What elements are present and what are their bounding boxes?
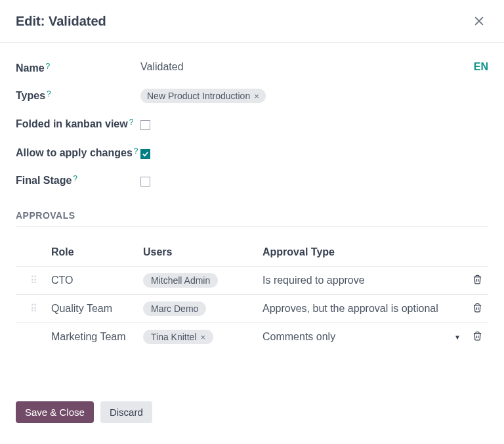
role-cell[interactable]: Quality Team bbox=[51, 303, 143, 315]
col-users-header: Users bbox=[143, 246, 262, 258]
modal-header: Edit: Validated bbox=[0, 0, 504, 43]
help-icon[interactable]: ? bbox=[134, 146, 138, 156]
drag-handle-cell: ⠿ bbox=[16, 275, 51, 286]
delete-row-button[interactable] bbox=[471, 273, 484, 288]
final-checkbox[interactable] bbox=[140, 177, 150, 187]
role-cell[interactable]: Marketing Team bbox=[51, 331, 143, 343]
approval-type-text: Comments only bbox=[262, 331, 335, 343]
help-icon[interactable]: ? bbox=[73, 174, 77, 183]
final-label-text: Final Stage bbox=[16, 175, 72, 186]
types-value[interactable]: New Product Introduction × bbox=[140, 86, 488, 103]
col-trash-header bbox=[466, 246, 488, 258]
table-row: ⠿Quality TeamMarc DemoApproves, but the … bbox=[16, 294, 488, 322]
trash-cell bbox=[466, 273, 488, 288]
drag-handle-cell: ⠿ bbox=[16, 303, 51, 315]
types-tag[interactable]: New Product Introduction × bbox=[140, 89, 266, 103]
apply-label-text: Allow to apply changes bbox=[16, 147, 133, 158]
help-icon[interactable]: ? bbox=[129, 118, 134, 127]
types-label: Types? bbox=[16, 86, 140, 103]
user-chip-text: Mitchell Admin bbox=[151, 275, 210, 286]
delete-row-button[interactable] bbox=[471, 301, 484, 316]
trash-icon bbox=[472, 331, 482, 341]
trash-icon bbox=[472, 275, 482, 284]
modal-title: Edit: Validated bbox=[16, 14, 106, 29]
table-header: Role Users Approval Type bbox=[16, 238, 488, 266]
approval-type-text: Is required to approve bbox=[262, 275, 365, 286]
folded-label: Folded in kanban view? bbox=[16, 114, 140, 131]
field-name: Name? Validated EN bbox=[16, 58, 488, 76]
users-cell[interactable]: Tina Knittel× bbox=[143, 330, 262, 344]
field-folded: Folded in kanban view? bbox=[16, 114, 488, 133]
discard-button[interactable]: Discard bbox=[100, 401, 152, 423]
trash-cell bbox=[466, 301, 488, 316]
chip-remove-icon[interactable]: × bbox=[201, 332, 206, 342]
tag-remove-icon[interactable]: × bbox=[254, 91, 259, 101]
approvals-table: Role Users Approval Type ⠿CTOMitchell Ad… bbox=[16, 238, 488, 351]
role-cell[interactable]: CTO bbox=[51, 275, 143, 286]
chevron-down-icon[interactable]: ▼ bbox=[454, 334, 461, 341]
delete-row-button[interactable] bbox=[471, 330, 484, 344]
table-row: Marketing TeamTina Knittel×Comments only… bbox=[16, 322, 488, 351]
user-chip-text: Marc Demo bbox=[151, 303, 198, 314]
user-chip[interactable]: Tina Knittel× bbox=[143, 330, 213, 344]
approval-type-text: Approves, but the approval is optional bbox=[262, 303, 438, 315]
name-label-text: Name bbox=[16, 62, 45, 74]
table-row: ⠿CTOMitchell AdminIs required to approve bbox=[16, 266, 488, 294]
close-button[interactable] bbox=[470, 12, 488, 30]
types-tag-text: New Product Introduction bbox=[147, 91, 250, 101]
field-apply: Allow to apply changes? bbox=[16, 143, 488, 160]
users-cell[interactable]: Marc Demo bbox=[143, 301, 262, 316]
final-label: Final Stage? bbox=[16, 171, 140, 188]
help-icon[interactable]: ? bbox=[47, 89, 51, 99]
save-button[interactable]: Save & Close bbox=[16, 401, 94, 423]
trash-icon bbox=[472, 303, 482, 313]
apply-value bbox=[140, 143, 488, 160]
folded-value bbox=[140, 114, 488, 133]
folded-checkbox[interactable] bbox=[140, 120, 150, 130]
user-chip[interactable]: Marc Demo bbox=[143, 301, 206, 316]
language-button[interactable]: EN bbox=[474, 58, 488, 73]
col-handle-header bbox=[16, 246, 51, 258]
users-cell[interactable]: Mitchell Admin bbox=[143, 273, 262, 288]
close-icon bbox=[472, 14, 486, 28]
approval-type-cell[interactable]: Is required to approve bbox=[262, 275, 466, 286]
field-final: Final Stage? bbox=[16, 171, 488, 189]
types-label-text: Types bbox=[16, 90, 45, 101]
approval-type-cell[interactable]: Comments only▼ bbox=[262, 331, 466, 343]
apply-checkbox[interactable] bbox=[140, 149, 150, 159]
approvals-heading: APPROVALS bbox=[16, 210, 488, 227]
drag-handle-icon[interactable]: ⠿ bbox=[30, 303, 37, 315]
col-approval-header: Approval Type bbox=[262, 246, 466, 258]
col-role-header: Role bbox=[51, 246, 143, 258]
name-label: Name? bbox=[16, 58, 140, 76]
user-chip-text: Tina Knittel bbox=[151, 332, 197, 342]
name-value[interactable]: Validated bbox=[140, 58, 474, 73]
field-types: Types? New Product Introduction × bbox=[16, 86, 488, 103]
trash-cell bbox=[466, 330, 488, 344]
drag-handle-icon[interactable]: ⠿ bbox=[30, 275, 37, 286]
help-icon[interactable]: ? bbox=[46, 62, 51, 71]
user-chip[interactable]: Mitchell Admin bbox=[143, 273, 218, 288]
final-value bbox=[140, 171, 488, 189]
approval-type-cell[interactable]: Approves, but the approval is optional bbox=[262, 303, 466, 315]
modal-body: Name? Validated EN Types? New Product In… bbox=[0, 43, 504, 392]
modal-footer: Save & Close Discard bbox=[0, 392, 504, 432]
folded-label-text: Folded in kanban view bbox=[16, 118, 128, 129]
apply-label: Allow to apply changes? bbox=[16, 143, 140, 160]
